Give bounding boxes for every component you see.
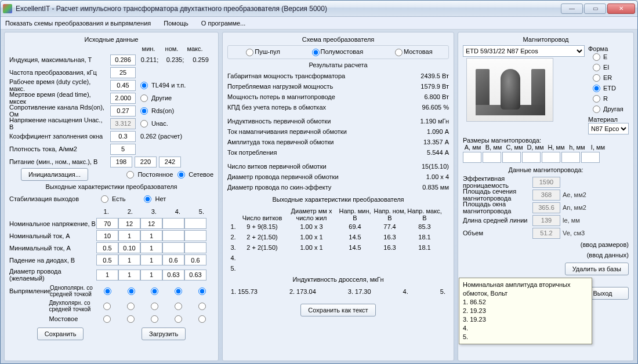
full-bridge-option[interactable]: Мостовая (393, 48, 433, 56)
minimize-button[interactable]: — (561, 3, 583, 14)
rect3-5[interactable] (198, 315, 206, 323)
stab-yes-radio[interactable] (101, 195, 108, 203)
rect3-4[interactable] (175, 315, 182, 323)
inom-5[interactable] (184, 230, 206, 241)
vnom-3[interactable] (140, 218, 162, 229)
rect1-5[interactable] (198, 287, 206, 295)
dim-b[interactable] (483, 152, 501, 163)
form-other[interactable]: Другая (590, 104, 629, 114)
delete-from-db-button[interactable]: Удалить из базы (565, 263, 629, 275)
dead-input[interactable] (110, 93, 136, 104)
imin-4[interactable] (162, 242, 184, 253)
fill-input[interactable] (110, 131, 136, 142)
other-radio[interactable] (140, 94, 148, 102)
menu-schemes[interactable]: Показать схемы преобразования и выпрямле… (5, 20, 151, 27)
mu-input (532, 177, 560, 188)
vdiode-label: Падение на диодах, В (9, 257, 96, 264)
form-r[interactable]: R (590, 94, 629, 103)
rect3-1[interactable] (103, 315, 111, 323)
vd-5[interactable] (184, 254, 206, 265)
freq-input[interactable] (110, 67, 136, 78)
core-select[interactable]: ETD 59/31/22 N87 Epcos (463, 45, 585, 57)
supply-nom-input[interactable] (135, 156, 157, 168)
supply-min-input[interactable] (110, 156, 132, 168)
imin-3[interactable] (140, 242, 162, 253)
vnom-5[interactable] (184, 218, 206, 229)
imin-label: Минимальный ток, А (9, 245, 96, 252)
inom-1[interactable] (96, 230, 118, 241)
form-e[interactable]: E (590, 52, 629, 61)
rect1-4[interactable] (175, 287, 182, 295)
half-bridge-option[interactable]: Полумостовая (310, 48, 364, 56)
close-button[interactable]: ✕ (607, 3, 635, 14)
rds-input[interactable] (110, 105, 136, 117)
imin-5[interactable] (184, 242, 206, 253)
vnom-1[interactable] (96, 218, 118, 229)
inom-3[interactable] (140, 230, 162, 241)
dim-a[interactable] (463, 152, 481, 163)
tl494-radio[interactable] (140, 82, 148, 89)
init-button[interactable]: Инициализация... (21, 168, 88, 181)
save-button[interactable]: Сохранить (37, 327, 84, 340)
maximize-button[interactable]: ▭ (584, 3, 606, 14)
rect2-3[interactable] (151, 303, 158, 310)
rect2-1[interactable] (103, 303, 111, 310)
imin-1[interactable] (96, 242, 118, 253)
duty-input[interactable] (110, 80, 136, 91)
dim-c[interactable] (502, 152, 521, 163)
menu-about[interactable]: О программе... (201, 20, 245, 27)
rect1-3[interactable] (151, 287, 158, 295)
input-title: Исходные данные (9, 36, 213, 43)
sec-title: Выходные характеристики преобразователя (227, 196, 449, 203)
usat-radio[interactable] (140, 120, 148, 128)
form-er[interactable]: ER (590, 73, 629, 82)
dw-2[interactable] (118, 270, 140, 281)
inom-4[interactable] (162, 230, 184, 241)
dw-1[interactable] (96, 270, 118, 281)
jdens-input[interactable] (110, 144, 136, 155)
ac-radio[interactable] (177, 171, 185, 179)
col-max: макс. (183, 45, 206, 52)
vnom-4[interactable] (162, 218, 184, 229)
freq-label: Частота преобразования, кГц (9, 69, 108, 76)
window-title: ExcellentIT - Расчет импульсного трансфо… (16, 5, 560, 13)
vd-3[interactable] (140, 254, 162, 265)
stab-no-radio[interactable] (144, 195, 151, 203)
supply-max-input[interactable] (159, 156, 181, 168)
rect2-4[interactable] (175, 303, 182, 310)
vd-1[interactable] (96, 254, 118, 265)
load-button[interactable]: Загрузить (142, 327, 186, 340)
inom-2[interactable] (118, 230, 140, 241)
dim-i[interactable] (581, 152, 600, 163)
form-etd[interactable]: ETD (590, 83, 629, 93)
rect-label: Выпрямление: (9, 287, 50, 294)
dw-5[interactable] (184, 270, 206, 281)
form-ei[interactable]: EI (590, 63, 629, 72)
dw-3[interactable] (140, 270, 162, 281)
vd-4[interactable] (162, 254, 184, 265)
rect2-5[interactable] (198, 303, 206, 310)
col-nom: ном. (160, 45, 183, 52)
vd-2[interactable] (118, 254, 140, 265)
dim-d[interactable] (522, 152, 541, 163)
rect3-2[interactable] (127, 315, 135, 323)
dc-radio[interactable] (126, 171, 134, 179)
menu-help[interactable]: Помощь (164, 20, 188, 27)
rect3-3[interactable] (151, 315, 158, 323)
dim-H[interactable] (542, 152, 560, 163)
tooltip: Номинальная амплитуда вторичных обмоток,… (459, 278, 592, 344)
rect1-1[interactable] (104, 287, 111, 295)
save-text-button[interactable]: Сохранить как текст (300, 304, 375, 316)
core-data-label: Данные магнитопровода: (463, 166, 629, 173)
vnom-2[interactable] (118, 218, 140, 229)
rdson-radio[interactable] (140, 107, 148, 115)
dw-4[interactable] (162, 270, 184, 281)
push-pull-option[interactable]: Пуш-пул (244, 48, 280, 56)
dim-h[interactable] (561, 152, 580, 163)
duty-label: Рабочее время (duty cycle), макс. (9, 78, 108, 92)
rect1-2[interactable] (128, 287, 135, 295)
rect2-2[interactable] (127, 303, 135, 310)
imin-2[interactable] (118, 242, 140, 253)
material-select[interactable]: N87 Epcos (588, 123, 629, 134)
induction-input[interactable] (110, 54, 136, 65)
